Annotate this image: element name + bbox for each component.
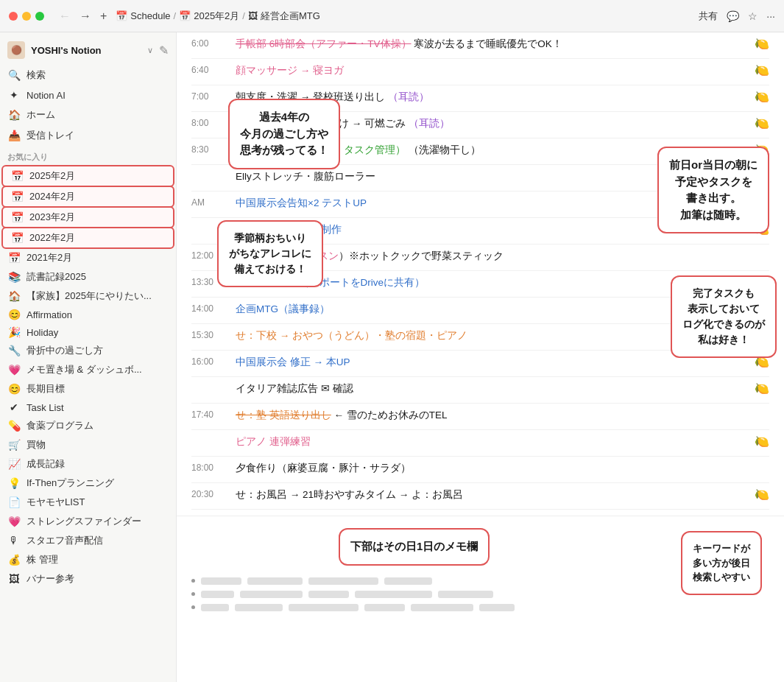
sidebar-fav-item-17[interactable]: 📄 モヤモヤLIST [0,493,176,512]
sidebar-fav-item-6[interactable]: 🏠 【家族】2025年にやりたい... [0,286,176,306]
workspace-chevron-icon: ∨ [147,46,153,55]
star-button[interactable]: ☆ [748,10,757,22]
sidebar-edit-button[interactable]: ✎ [159,43,169,57]
blurred-text-2f [479,604,515,611]
fav-icon-20: 💰 [7,554,21,566]
workspace-header: 🟤 YOSHI's Notion ∨ ✎ [0,32,176,65]
main-content: 過去4年の今月の過ごし方や思考が残ってる！ 季節柄おちいりがちなアレコレに備えて… [177,32,784,682]
fav-icon-1: 📅 [10,191,24,203]
sidebar-item-search[interactable]: 🔍 検索 [0,65,176,85]
time-1: 6:40 [191,63,236,75]
sidebar-inbox-label: 受信トレイ [27,129,169,142]
sidebar-fav-item-11[interactable]: 😊 長期目標 [0,379,176,398]
event-paren-3: （耳読） [409,118,450,129]
time-10: 14:00 [191,302,236,314]
breadcrumb-item-1[interactable]: Schedule [130,10,170,21]
time-17: 20:30 [191,488,236,499]
share-button[interactable]: 共有 [699,10,718,23]
event-text-1: 顔マッサージ → 寝ヨガ [236,65,344,76]
breadcrumb-item-2[interactable]: 2025年2月 [194,10,239,23]
fav-icon-13: 💊 [7,420,21,432]
sidebar-fav-item-19[interactable]: 🎙 スタエフ音声配信 [0,531,176,550]
schedule-row-0: 6:00 手帳部 6時部会（アファー・TV体操） 寒波が去るまで睡眠優先でOK！… [191,32,769,59]
blurred-text-1c [308,591,349,598]
maximize-button[interactable] [35,12,44,21]
app-container: 🟤 YOSHI's Notion ∨ ✎ 🔍 検索 ✦ Notion AI 🏠 … [0,32,784,682]
fav-icon-14: 🛒 [7,439,21,451]
sidebar-fav-item-13[interactable]: 💊 食薬プログラム [0,416,176,435]
sidebar-item-home[interactable]: 🏠 ホーム [0,105,176,125]
sidebar-fav-item-0[interactable]: 📅 2025年2月 [3,166,173,186]
sidebar-fav-item-15[interactable]: 📈 成長記録 [0,454,176,474]
titlebar-actions: 共有 💬 ☆ ··· [699,10,775,23]
nav-controls: ← → + [56,8,110,24]
add-page-button[interactable]: + [97,8,110,24]
fav-label-15: 成長記録 [27,457,65,471]
blurred-text-0a [201,577,241,585]
sidebar-item-notion-ai[interactable]: ✦ Notion AI [0,85,176,105]
back-button[interactable]: ← [56,8,74,24]
event-text-15: ピアノ 連弾練習 [236,436,311,447]
schedule-row-14: 17:40 せ：塾 英語送り出し ← 雪のためお休みのTEL [191,404,769,430]
breadcrumb-item-3[interactable]: 経営企画MTG [261,10,320,23]
fav-icon-17: 📄 [7,496,21,508]
sidebar-fav-item-10[interactable]: 💗 メモ置き場 & ダッシュボ... [0,360,176,379]
breadcrumb-icon-2: 📅 [179,10,191,21]
schedule-row-13: イタリア雑誌広告 ✉ 確認 🍋 [191,377,769,404]
blurred-text-2c [289,604,359,611]
fav-label-8: Holiday [27,327,58,338]
fav-icon-16: 💡 [7,477,21,489]
blurred-text-2a [201,604,229,611]
sidebar-item-inbox[interactable]: 📥 受信トレイ [0,125,176,146]
time-14: 17:40 [191,408,236,420]
sidebar-fav-item-18[interactable]: 💗 ストレングスファインダー [0,512,176,531]
callout-morning-plan: 前日or当日の朝に予定やタスクを書き出す。加筆は随時。 [657,147,769,233]
event-text-12: 中国展示会 修正 → 本UP [236,356,350,368]
emoji-17: 🍋 [749,488,769,502]
sidebar-fav-item-12[interactable]: ✔ Task List [0,398,176,416]
sidebar-fav-item-3[interactable]: 📅 2022年2月 [3,228,173,247]
event-13: イタリア雑誌広告 ✉ 確認 [236,382,749,396]
fav-icon-9: 🔧 [7,345,21,356]
time-16: 18:00 [191,461,236,473]
time-0: 6:00 [191,37,236,49]
comment-button[interactable]: 💬 [727,10,739,22]
blurred-text-0c [308,577,378,585]
sidebar-fav-item-20[interactable]: 💰 株 管理 [0,550,176,569]
sidebar-fav-item-5[interactable]: 📚 読書記録2025 [0,267,176,286]
callout-past-years: 過去4年の今月の過ごし方や思考が残ってる！ [228,99,340,169]
sidebar-fav-item-14[interactable]: 🛒 買物 [0,435,176,454]
sidebar-fav-item-4[interactable]: 📅 2021年2月 [0,248,176,267]
forward-button[interactable]: → [77,8,94,24]
event-16: 夕食作り（麻婆豆腐・豚汁・サラダ） [236,461,749,476]
sidebar-fav-item-7[interactable]: 😊 Affirmation [0,306,176,323]
fav-label-11: 長期目標 [27,382,65,396]
sidebar-fav-item-21[interactable]: 🖼 バナー参考 [0,569,176,588]
sidebar-fav-item-9[interactable]: 🔧 骨折中の過ごし方 [0,341,176,360]
emoji-15: 🍋 [749,435,769,449]
event-12: 中国展示会 修正 → 本UP [236,355,749,370]
blurred-text-1b [240,591,303,598]
blurred-text-1d [355,591,432,598]
blurred-text-0b [247,577,303,585]
sidebar-search-label: 検索 [27,68,169,82]
event-text-11: せ：下校 → おやつ（うどん）・塾の宿題・ピアノ [236,330,467,341]
sidebar-fav-item-2[interactable]: 📅 2023年2月 [3,208,173,227]
fav-label-9: 骨折中の過ごし方 [27,344,103,357]
schedule-row-1: 6:40 顔マッサージ → 寝ヨガ 🍋 [191,59,769,85]
fav-label-6: 【家族】2025年にやりたい... [27,289,152,303]
callout-keyword: キーワードが多い方が後日検索しやすい [681,531,762,595]
minimize-button[interactable] [22,12,31,21]
sidebar-fav-item-1[interactable]: 📅 2024年2月 [3,187,173,206]
more-button[interactable]: ··· [766,10,775,22]
close-button[interactable] [9,12,18,21]
fav-icon-10: 💗 [7,364,21,376]
fav-label-0: 2025年2月 [29,169,75,183]
event-14: せ：塾 英語送り出し ← 雪のためお休みのTEL [236,408,749,423]
emoji-0: 🍋 [749,37,769,51]
event-text-10: 企画MTG（議事録） [236,303,330,314]
sidebar-fav-item-16[interactable]: 💡 If-Thenプランニング [0,474,176,493]
sidebar-fav-item-8[interactable]: 🎉 Holiday [0,323,176,341]
schedule-row-17: 20:30 せ：お風呂 → 21時おやすみタイム → よ：お風呂 🍋 [191,483,769,510]
fav-label-18: ストレングスファインダー [27,515,141,528]
